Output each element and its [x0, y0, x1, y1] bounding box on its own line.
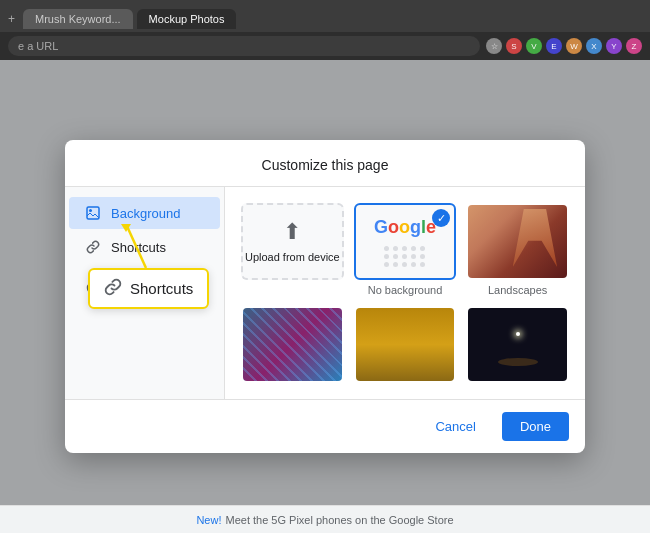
cancel-button[interactable]: Cancel: [417, 412, 493, 441]
ext-icon-5[interactable]: X: [586, 38, 602, 54]
landscapes-button[interactable]: [466, 203, 569, 280]
upload-button[interactable]: ⬆ Upload from device: [241, 203, 344, 280]
tab-1[interactable]: Mrush Keyword...: [23, 9, 133, 29]
modal-overlay: Customize this page Backgroun: [0, 60, 650, 533]
content-area: ⬆ Upload from device ✓ Google: [225, 187, 585, 399]
grid-item-landscapes: Landscapes: [466, 203, 569, 296]
ext-icon-2[interactable]: V: [526, 38, 542, 54]
grid-item-city: [241, 306, 344, 383]
no-bg-button[interactable]: ✓ Google: [354, 203, 457, 280]
background-icon: [85, 205, 101, 221]
bottom-bar-text: Meet the 5G Pixel phones on the Google S…: [225, 514, 453, 526]
google-logo-mini: Google: [374, 217, 436, 238]
bottom-bar: New! Meet the 5G Pixel phones on the Goo…: [0, 505, 650, 533]
palette-icon: [85, 280, 101, 296]
space-planet-shape: [498, 358, 538, 366]
ext-icon-4[interactable]: W: [566, 38, 582, 54]
space-button[interactable]: [466, 306, 569, 383]
svg-rect-0: [87, 207, 99, 219]
done-button[interactable]: Done: [502, 412, 569, 441]
dots-grid: [384, 246, 426, 267]
address-bar[interactable]: e a URL: [8, 36, 480, 56]
star-icon[interactable]: ☆: [486, 38, 502, 54]
modal-dialog: Customize this page Backgroun: [65, 140, 585, 453]
svg-point-4: [95, 285, 97, 287]
address-text: e a URL: [18, 40, 58, 52]
sidebar-shortcuts-label: Shortcuts: [111, 240, 166, 255]
space-image: [468, 308, 567, 381]
ext-icon-7[interactable]: Z: [626, 38, 642, 54]
modal-footer: Cancel Done: [65, 399, 585, 453]
space-star-glow: [516, 332, 520, 336]
toolbar-icons: ☆ S V E W X Y Z: [486, 38, 642, 54]
landscapes-label: Landscapes: [466, 284, 569, 296]
ext-icon-1[interactable]: S: [506, 38, 522, 54]
no-bg-label: No background: [354, 284, 457, 296]
landscape-image: [468, 205, 567, 278]
field-image: [356, 308, 455, 381]
ext-icon-6[interactable]: Y: [606, 38, 622, 54]
modal-body: Background Shortcuts: [65, 187, 585, 399]
sidebar-item-shortcuts[interactable]: Shortcuts: [69, 231, 220, 263]
arch-shape: [513, 209, 557, 267]
sidebar-item-background[interactable]: Background: [69, 197, 220, 229]
city-image: [243, 308, 342, 381]
upload-icon: ⬆: [283, 219, 301, 245]
tab-2[interactable]: Mockup Photos: [137, 9, 237, 29]
link-icon: [85, 239, 101, 255]
svg-point-2: [88, 283, 99, 294]
browser-tabs: + Mrush Keyword... Mockup Photos: [0, 0, 650, 32]
modal-header: Customize this page: [65, 140, 585, 187]
page-area: Customize this page Backgroun: [0, 60, 650, 533]
sidebar-color-theme-label: Color and theme: [111, 273, 204, 303]
content-grid: ⬆ Upload from device ✓ Google: [241, 203, 569, 383]
svg-point-3: [90, 285, 92, 287]
bottom-bar-new: New!: [196, 514, 221, 526]
browser-favicon: +: [8, 12, 15, 26]
modal-title: Customize this page: [262, 157, 389, 173]
sidebar-background-label: Background: [111, 206, 180, 221]
sidebar-item-color-theme[interactable]: Color and theme: [69, 265, 220, 311]
browser-chrome: + Mrush Keyword... Mockup Photos e a URL…: [0, 0, 650, 60]
grid-item-space: [466, 306, 569, 383]
modal-sidebar: Background Shortcuts: [65, 187, 225, 399]
upload-label: Upload from device: [245, 251, 340, 263]
browser-toolbar: e a URL ☆ S V E W X Y Z: [0, 32, 650, 60]
svg-point-5: [92, 290, 94, 292]
field-button[interactable]: [354, 306, 457, 383]
checkmark-icon: ✓: [432, 209, 450, 227]
grid-item-upload: ⬆ Upload from device: [241, 203, 344, 296]
city-lines-overlay: [243, 308, 342, 381]
grid-item-field: [354, 306, 457, 383]
city-button[interactable]: [241, 306, 344, 383]
svg-point-1: [89, 209, 92, 212]
grid-item-no-bg: ✓ Google No background: [354, 203, 457, 296]
ext-icon-3[interactable]: E: [546, 38, 562, 54]
